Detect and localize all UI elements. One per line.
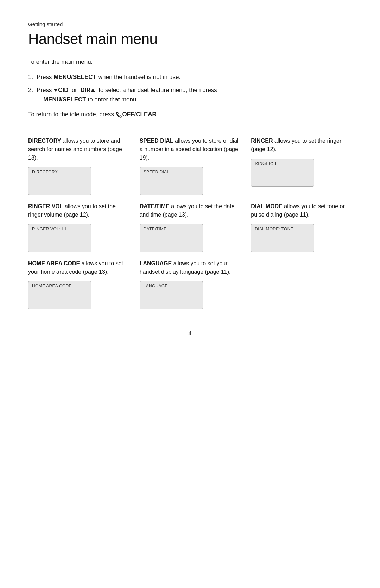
menu-select-label: MENU/SELECT (53, 74, 96, 80)
menu-grid-row2: RINGER VOL allows you to set the ringer … (28, 202, 352, 252)
arrow-up-icon (91, 89, 95, 92)
menu-item-speed-dial: SPEED DIAL allows you to store or dial a… (140, 137, 241, 195)
date-time-title: DATE/TIME (140, 203, 170, 209)
intro-line1: To enter the main menu: (28, 57, 352, 67)
home-area-code-screen: HOME AREA CODE (28, 281, 91, 309)
step-1: 1. Press MENU/SELECT when the handset is… (28, 72, 352, 82)
menu-grid-row1: DIRECTORY allows you to store and search… (28, 137, 352, 195)
dial-mode-title: DIAL MODE (251, 203, 282, 209)
off-clear-label: OFF/CLEAR (122, 111, 157, 118)
cid-label: CID (58, 87, 68, 93)
off-clear-phone-icon (116, 112, 122, 118)
directory-title: DIRECTORY (28, 138, 61, 144)
empty-col (251, 259, 352, 309)
page-number: 4 (28, 330, 352, 337)
ringer-vol-screen: RINGER VOL: HI (28, 224, 91, 252)
menu-item-ringer: RINGER allows you to set the ringer (pag… (251, 137, 352, 195)
menu-item-date-time: DATE/TIME allows you to set the date and… (140, 202, 241, 252)
directory-screen: DIRECTORY (28, 167, 91, 195)
ringer-vol-title: RINGER VOL (28, 203, 63, 209)
dial-mode-screen: DIAL MODE: TONE (251, 224, 314, 252)
section-label: Getting started (28, 21, 352, 27)
page-title: Handset main menu (28, 31, 352, 48)
menu-item-dial-mode: DIAL MODE allows you to set tone or puls… (251, 202, 352, 252)
speed-dial-title: SPEED DIAL (140, 138, 173, 144)
date-time-screen: DATE/TIME (140, 224, 203, 252)
language-screen: LANGUAGE (140, 281, 203, 309)
dir-label: DIR (80, 87, 90, 93)
arrow-down-icon (53, 89, 58, 92)
menu-item-language: LANGUAGE allows you to set your handset … (140, 259, 241, 309)
menu-select-label2: MENU/SELECT (43, 96, 86, 103)
menu-item-home-area-code: HOME AREA CODE allows you to set your ho… (28, 259, 129, 309)
return-text: To return to the idle mode, press OFF/CL… (28, 110, 352, 119)
speed-dial-screen: SPEED DIAL (140, 167, 203, 195)
language-title: LANGUAGE (140, 260, 172, 266)
step-2: 2. Press CID or DIR to select a handset … (28, 85, 352, 104)
menu-item-directory: DIRECTORY allows you to store and search… (28, 137, 129, 195)
menu-item-ringer-vol: RINGER VOL allows you to set the ringer … (28, 202, 129, 252)
ringer-title: RINGER (251, 138, 273, 144)
home-area-code-title: HOME AREA CODE (28, 260, 80, 266)
menu-grid-row3: HOME AREA CODE allows you to set your ho… (28, 259, 352, 309)
ringer-screen: RINGER: 1 (251, 159, 314, 187)
